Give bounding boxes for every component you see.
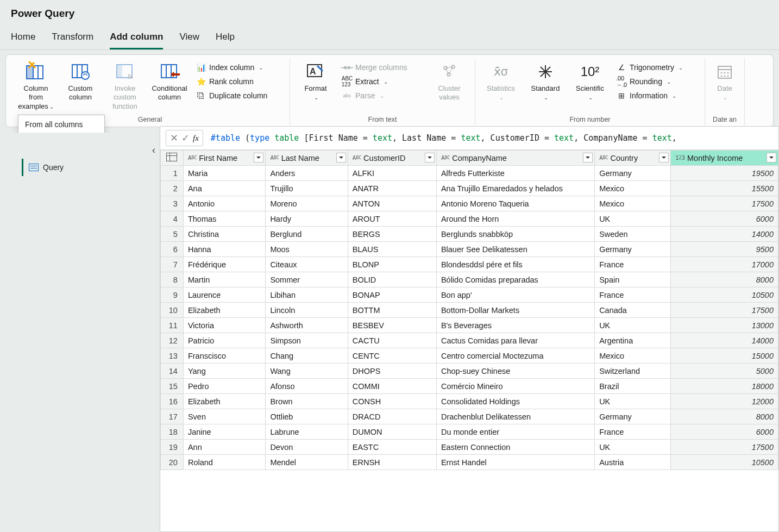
from-text-group-label: From text: [294, 116, 470, 123]
date-icon: [713, 60, 736, 83]
tab-add-column[interactable]: Add column: [110, 27, 163, 49]
format-icon: A: [304, 60, 327, 83]
custom-column-label: Custom column: [60, 84, 100, 102]
trigonometry-button[interactable]: ∠ Trigonometry ⌄: [613, 61, 700, 73]
svg-point-34: [724, 76, 726, 77]
parse-label: Parse: [355, 91, 375, 100]
standard-label: Standard⌄: [531, 84, 560, 102]
ribbon-group-from-text: A Format⌄ ⇥⇤ Merge columns ABC123 Extrac…: [290, 58, 475, 126]
duplicate-column-button[interactable]: ⿻ Duplicate column: [193, 90, 285, 102]
svg-point-32: [727, 72, 729, 74]
rank-column-button[interactable]: ⭐ Rank column: [193, 76, 285, 87]
app-title: Power Query: [0, 0, 779, 24]
invoke-custom-function-icon: fx: [114, 60, 136, 83]
parse-icon: abc: [342, 91, 352, 101]
formula-commit-button[interactable]: ✓: [181, 132, 190, 133]
format-label: Format⌄: [304, 84, 326, 102]
tab-view[interactable]: View: [179, 27, 199, 49]
from-all-columns-item[interactable]: From all columns: [18, 115, 104, 133]
parse-button: abc Parse ⌄: [339, 90, 426, 102]
extract-button[interactable]: ABC123 Extract ⌄: [339, 76, 426, 87]
svg-text:A: A: [310, 67, 316, 76]
duplicate-column-label: Duplicate column: [209, 91, 267, 100]
scientific-label: Scientific⌄: [576, 84, 604, 102]
scientific-button[interactable]: 10² Scientific⌄: [569, 59, 611, 102]
standard-button[interactable]: Standard⌄: [524, 59, 567, 102]
date-label: Date⌄: [717, 84, 732, 102]
extract-label: Extract: [355, 77, 379, 86]
svg-line-23: [449, 67, 453, 74]
invoke-custom-function-button: fx Invoke custom function: [104, 59, 146, 111]
format-button[interactable]: A Format⌄: [294, 59, 337, 102]
conditional-column-button[interactable]: Conditional column: [148, 59, 191, 111]
from-number-group-label: From number: [480, 116, 700, 123]
statistics-icon: x̄σ: [489, 60, 512, 83]
tab-help[interactable]: Help: [216, 27, 235, 49]
merge-columns-button: ⇥⇤ Merge columns: [339, 61, 426, 73]
svg-rect-11: [161, 65, 177, 78]
conditional-column-label: Conditional column: [149, 84, 190, 102]
cluster-values-icon: [438, 60, 461, 83]
formula-bar: ✕ ✓ fx #table (type table [First Name = …: [160, 127, 778, 133]
rounding-icon: .00→.0: [617, 77, 626, 86]
index-column-label: Index column: [209, 63, 254, 72]
rank-column-icon: ⭐: [196, 77, 206, 86]
merge-columns-icon: ⇥⇤: [342, 62, 352, 72]
information-label: Information: [630, 91, 668, 100]
svg-point-7: [81, 72, 89, 79]
column-from-examples-dropdown: From all columns From selection: [18, 115, 105, 133]
index-column-button[interactable]: 📊 Index column ⌄: [193, 61, 285, 73]
ribbon-group-from-number: x̄σ Statistics⌄ Standard⌄ 10² Scientific…: [475, 58, 705, 126]
svg-rect-9: [117, 65, 122, 78]
svg-point-30: [721, 72, 723, 74]
cluster-values-label: Cluster values: [429, 84, 469, 102]
ribbon: Column from examples⌄ Custom column: [5, 54, 774, 127]
invoke-custom-function-label: Invoke custom function: [105, 84, 145, 111]
trigonometry-icon: ∠: [617, 62, 626, 72]
svg-point-33: [721, 76, 723, 77]
tab-home[interactable]: Home: [11, 27, 35, 49]
rank-column-label: Rank column: [209, 77, 254, 86]
statistics-button: x̄σ Statistics⌄: [480, 59, 522, 102]
scientific-icon: 10²: [579, 60, 601, 83]
rounding-label: Rounding: [630, 77, 662, 86]
trigonometry-label: Trigonometry: [630, 63, 674, 72]
statistics-label: Statistics⌄: [487, 84, 515, 102]
formula-cancel-button[interactable]: ✕: [170, 132, 178, 133]
information-button[interactable]: ⊞ Information ⌄: [613, 90, 700, 102]
cluster-values-button: Cluster values: [428, 59, 470, 102]
column-from-examples-button[interactable]: Column from examples⌄: [15, 59, 57, 111]
formula-actions: ✕ ✓ fx: [166, 130, 203, 133]
index-column-icon: 📊: [196, 62, 206, 72]
extract-icon: ABC123: [342, 77, 352, 86]
custom-column-icon: [69, 60, 92, 83]
tab-transform[interactable]: Transform: [52, 27, 93, 49]
conditional-column-icon: [158, 60, 181, 83]
svg-text:fx: fx: [128, 73, 133, 80]
column-from-examples-icon: [24, 60, 47, 83]
date-button: Date⌄: [709, 59, 740, 102]
rounding-button[interactable]: .00→.0 Rounding ⌄: [613, 76, 700, 87]
column-from-examples-label: Column from examples⌄: [16, 84, 56, 111]
standard-icon: [534, 60, 557, 83]
svg-point-31: [724, 72, 726, 74]
date-group-label: Date an: [709, 116, 740, 123]
ribbon-group-date: Date⌄ Date an: [705, 58, 745, 126]
merge-columns-label: Merge columns: [355, 63, 407, 72]
duplicate-column-icon: ⿻: [196, 91, 206, 101]
information-icon: ⊞: [617, 91, 626, 101]
svg-point-35: [727, 76, 729, 77]
tabs-bar: HomeTransformAdd columnViewHelp: [0, 24, 779, 50]
data-grid-container: ✕ ✓ fx #table (type table [First Name = …: [160, 126, 779, 133]
custom-column-button[interactable]: Custom column: [59, 59, 102, 111]
